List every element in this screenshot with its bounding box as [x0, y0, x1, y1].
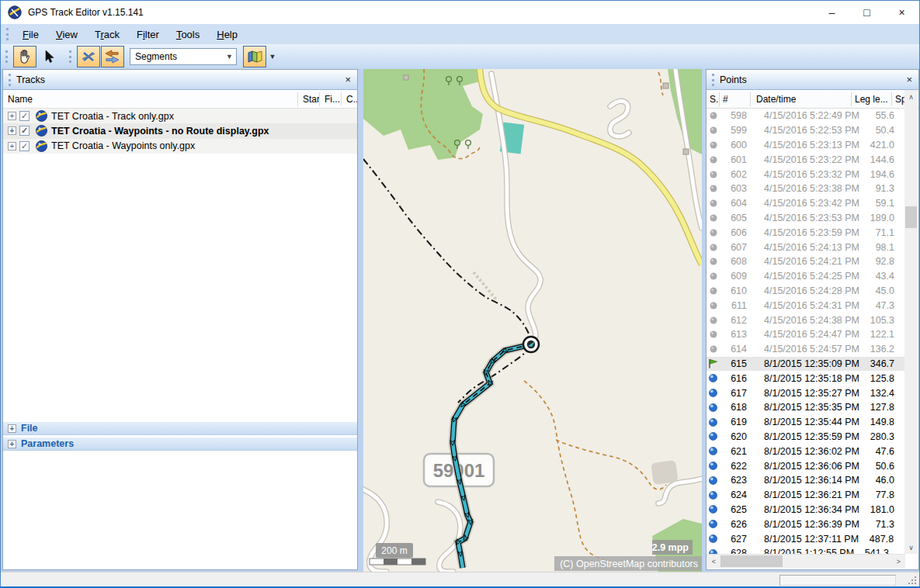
point-row[interactable]: 6258/1/2015 12:36:34 PM181.0: [706, 503, 905, 517]
point-row[interactable]: 6074/15/2016 5:24:13 PM98.1: [706, 240, 905, 254]
expand-icon[interactable]: +: [8, 126, 16, 135]
points-col-leglength[interactable]: Leg le...: [852, 92, 892, 106]
expand-icon[interactable]: +: [8, 112, 16, 120]
point-row[interactable]: 5994/15/2016 5:22:53 PM50.4: [706, 123, 905, 138]
menu-tools[interactable]: Tools: [168, 26, 208, 43]
point-row[interactable]: 6064/15/2016 5:23:59 PM71.1: [706, 225, 905, 240]
point-row[interactable]: 6014/15/2016 5:23:22 PM144.6: [706, 152, 905, 167]
point-row[interactable]: 6134/15/2016 5:24:47 PM122.1: [706, 327, 905, 342]
map-canvas[interactable]: 59001 200: [363, 69, 702, 572]
menubar-grip[interactable]: [6, 28, 9, 40]
menu-file[interactable]: File: [14, 26, 47, 43]
point-row[interactable]: 6004/15/2016 5:23:13 PM421.0: [706, 138, 905, 153]
point-row[interactable]: 6144/15/2016 5:24:57 PM136.2: [706, 342, 905, 357]
tracks-panel-grip[interactable]: [9, 74, 12, 86]
point-dot-icon: [706, 462, 720, 470]
tracks-col-start[interactable]: Start: [297, 92, 319, 106]
track-row[interactable]: +✓TET Croatia - Track only.gpx: [3, 109, 357, 123]
point-row[interactable]: 5984/15/2016 5:22:49 PM55.6: [706, 109, 905, 123]
point-row[interactable]: 6034/15/2016 5:23:38 PM91.3: [706, 182, 905, 196]
map-view-button[interactable]: [243, 46, 266, 67]
resize-grip[interactable]: [908, 576, 917, 585]
title-bar[interactable]: GPS Track Editor v1.15.141 – □ ×: [1, 1, 919, 24]
segments-combobox-value: Segments: [135, 51, 177, 62]
point-number: 612: [720, 315, 751, 326]
points-panel-header[interactable]: Points ×: [706, 70, 918, 90]
point-row[interactable]: 6248/1/2015 12:36:21 PM77.8: [706, 488, 905, 503]
scroll-down-icon[interactable]: ∨: [904, 541, 918, 554]
segments-combobox[interactable]: Segments ▼: [130, 48, 237, 65]
point-row[interactable]: 6208/1/2015 12:35:59 PM280.3: [706, 430, 905, 444]
horizontal-scroll-thumb[interactable]: [720, 555, 783, 567]
point-row[interactable]: 6288/1/2015 1:12:55 PM541.3: [706, 546, 905, 554]
point-row[interactable]: 6238/1/2015 12:36:14 PM46.0: [706, 473, 905, 488]
points-panel-close-icon[interactable]: ×: [906, 74, 912, 85]
point-row[interactable]: 6178/1/2015 12:35:27 PM132.4: [706, 386, 905, 400]
point-leg-length: 346.7: [859, 358, 900, 369]
point-row[interactable]: 6124/15/2016 5:24:38 PM105.3: [706, 313, 905, 327]
toolbar-grip-2[interactable]: [69, 50, 72, 63]
expand-icon[interactable]: +: [8, 440, 16, 448]
point-row[interactable]: 6268/1/2015 12:36:39 PM71.3: [706, 517, 905, 531]
expand-icon[interactable]: +: [8, 142, 16, 150]
visibility-checkbox[interactable]: ✓: [19, 111, 30, 121]
visibility-checkbox[interactable]: ✓: [19, 141, 30, 151]
point-row[interactable]: 6188/1/2015 12:35:35 PM127.8: [706, 400, 905, 415]
tracks-panel-close-icon[interactable]: ×: [345, 74, 351, 85]
points-horizontal-scrollbar[interactable]: < >: [706, 554, 905, 568]
point-row[interactable]: 6044/15/2016 5:23:42 PM59.1: [706, 196, 905, 211]
tracks-col-name[interactable]: Name: [3, 92, 297, 106]
close-button[interactable]: ×: [884, 1, 919, 24]
points-col-datetime[interactable]: Date/time: [751, 92, 852, 106]
point-row[interactable]: 6024/15/2016 5:23:32 PM194.6: [706, 167, 905, 182]
maximize-button[interactable]: □: [849, 1, 884, 24]
scroll-left-icon[interactable]: <: [707, 555, 720, 568]
scroll-right-icon[interactable]: >: [892, 555, 905, 568]
vertical-scroll-thumb[interactable]: [905, 206, 917, 228]
map-view-dropdown-button[interactable]: ▼: [267, 46, 278, 67]
map-panel[interactable]: 59001 200: [363, 69, 702, 572]
track-row[interactable]: +✓TET Croatia - Waypoints - no Route dis…: [3, 123, 357, 138]
tracks-col-finish[interactable]: Fi...: [319, 92, 341, 106]
point-number: 605: [720, 213, 751, 223]
points-col-status[interactable]: S..: [706, 92, 720, 106]
point-row[interactable]: 6158/1/2015 12:35:09 PM346.7: [706, 357, 905, 372]
menu-view[interactable]: View: [47, 26, 86, 43]
menu-help[interactable]: Help: [208, 26, 246, 43]
point-row[interactable]: 6094/15/2016 5:24:25 PM43.4: [706, 269, 905, 284]
section-parameters[interactable]: + Parameters: [3, 437, 357, 451]
point-row[interactable]: 6084/15/2016 5:24:21 PM92.8: [706, 254, 905, 269]
track-row[interactable]: +✓TET Croatia - Waypoints only.gpx: [3, 139, 357, 154]
point-leg-length: 43.4: [859, 271, 900, 282]
point-row[interactable]: 6278/1/2015 12:37:11 PM487.8: [706, 531, 905, 546]
tracks-col-c[interactable]: C...: [341, 92, 357, 106]
point-row[interactable]: 6198/1/2015 12:35:44 PM149.8: [706, 415, 905, 430]
minimize-button[interactable]: –: [814, 1, 849, 24]
tracks-panel-header[interactable]: Tracks ×: [3, 70, 357, 90]
menu-filter[interactable]: Filter: [128, 26, 168, 43]
current-point-marker[interactable]: [523, 337, 539, 352]
scroll-up-icon[interactable]: ∧: [904, 90, 918, 103]
crossing-segments-button[interactable]: [77, 46, 100, 67]
section-file[interactable]: + File: [3, 421, 357, 435]
points-col-number[interactable]: #: [720, 92, 751, 106]
point-row[interactable]: 6114/15/2016 5:24:31 PM47.3: [706, 298, 905, 313]
points-panel-grip[interactable]: [712, 74, 715, 86]
point-row[interactable]: 6104/15/2016 5:24:28 PM45.0: [706, 284, 905, 299]
select-tool-button[interactable]: [37, 46, 61, 67]
point-row[interactable]: 6054/15/2016 5:23:53 PM189.0: [706, 211, 905, 226]
point-row[interactable]: 6218/1/2015 12:36:02 PM47.6: [706, 444, 905, 458]
point-dot-icon: [706, 330, 720, 338]
visibility-checkbox[interactable]: ✓: [19, 126, 30, 136]
combobox-dropdown-icon[interactable]: ▼: [223, 49, 236, 64]
expand-icon[interactable]: +: [8, 424, 16, 433]
section-parameters-label: Parameters: [21, 438, 74, 449]
point-row[interactable]: 6168/1/2015 12:35:18 PM125.8: [706, 371, 905, 386]
app-window: GPS Track Editor v1.15.141 – □ × FileVie…: [0, 0, 920, 588]
swap-direction-button[interactable]: [101, 46, 124, 67]
menu-track[interactable]: Track: [86, 26, 128, 43]
points-vertical-scrollbar[interactable]: ∧ ∨: [904, 90, 918, 554]
point-row[interactable]: 6228/1/2015 12:36:06 PM50.6: [706, 458, 905, 473]
pan-tool-button[interactable]: [13, 46, 36, 67]
toolbar-grip-1[interactable]: [5, 50, 9, 63]
